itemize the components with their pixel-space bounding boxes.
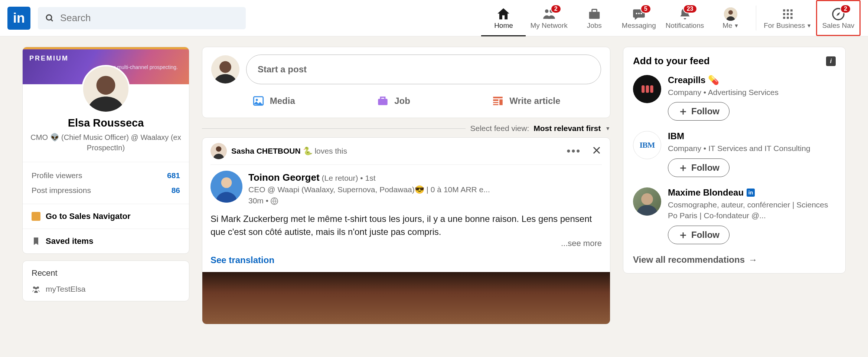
post-time: 30m [248, 196, 264, 205]
start-post-button[interactable]: Start a post [246, 55, 601, 84]
reactor-avatar[interactable] [211, 143, 227, 159]
start-post-card: Start a post Media Job Write article [202, 47, 610, 118]
info-button[interactable]: i [826, 56, 836, 66]
viewers-label: Profile viewers [32, 171, 82, 180]
notifications-badge: 23 [683, 4, 697, 13]
messaging-badge: 5 [640, 4, 651, 13]
suggestion-avatar[interactable] [633, 75, 661, 103]
svg-rect-4 [589, 12, 600, 19]
post-menu-button[interactable]: ••• [567, 145, 581, 157]
post-media-button[interactable]: Media [246, 92, 301, 110]
chevron-down-icon: ▼ [734, 23, 739, 29]
svg-point-2 [545, 9, 549, 13]
saved-items-link[interactable]: Saved items [23, 229, 189, 253]
author-degree: 1st [365, 174, 376, 182]
suggestion-name[interactable]: Maxime Blondeau in [668, 187, 836, 198]
svg-point-5 [636, 13, 637, 14]
post-job-button[interactable]: Job [371, 92, 416, 110]
recent-item[interactable]: myTestElsa [32, 285, 180, 294]
profile-avatar[interactable] [82, 65, 130, 113]
network-badge: 2 [551, 4, 561, 13]
sales-navigator-link[interactable]: Go to Sales Navigator [23, 204, 189, 229]
feed-post: Sasha CHETBOUN 🐍 loves this ••• [202, 137, 610, 324]
post-article-button[interactable]: Write article [486, 92, 566, 110]
nav-home[interactable]: Home [481, 0, 526, 36]
nav-items: Home 2 My Network Jobs 5 Messaging [481, 0, 861, 36]
suggestion-avatar[interactable]: IBM [633, 131, 661, 159]
post-close-button[interactable] [591, 145, 602, 157]
svg-rect-29 [378, 99, 388, 105]
svg-rect-33 [493, 102, 499, 103]
premium-tag: PREMIUM [29, 55, 69, 62]
plus-icon: ＋ [678, 108, 688, 115]
svg-point-40 [221, 177, 232, 188]
svg-rect-30 [493, 97, 503, 98]
article-icon [492, 95, 504, 107]
svg-rect-12 [790, 9, 793, 12]
follow-button[interactable]: ＋ Follow [668, 158, 730, 177]
svg-line-1 [51, 19, 53, 21]
grid-icon [781, 8, 794, 20]
svg-point-28 [256, 99, 258, 101]
nav-network[interactable]: 2 My Network [526, 0, 572, 36]
article-label: Write article [509, 96, 560, 106]
me-avatar [724, 7, 737, 21]
view-all-recommendations[interactable]: View all recommendations → [633, 255, 836, 265]
profile-headline: CMO 👽 (Chief Music Officer) @ Waalaxy (e… [30, 132, 182, 153]
svg-rect-31 [493, 99, 499, 101]
author-name-line[interactable]: Toinon Georget (Le retour) • 1st [248, 171, 602, 184]
main-layout: PREMIUM Your multi-channel prospecting. … [0, 36, 868, 335]
follow-button[interactable]: ＋ Follow [668, 226, 730, 244]
nav-network-label: My Network [530, 22, 567, 30]
post-image[interactable] [202, 272, 610, 324]
add-to-feed-card: Add to your feed i Creapills 💊 Company •… [623, 47, 846, 274]
sales-nav-label: Go to Sales Navigator [46, 212, 131, 221]
see-translation-button[interactable]: See translation [202, 248, 610, 272]
sales-badge: 2 [840, 4, 851, 13]
suggestion-ibm: IBM IBM Company • IT Services and IT Con… [633, 131, 836, 177]
media-icon [252, 95, 265, 107]
suggestion-name[interactable]: Creapills 💊 [668, 75, 836, 85]
nav-business[interactable]: For Business ▼ [759, 0, 816, 36]
stat-profile-viewers[interactable]: Profile viewers 681 [32, 168, 180, 183]
svg-rect-13 [783, 13, 785, 15]
linkedin-logo[interactable]: in [7, 7, 30, 30]
profile-name[interactable]: Elsa Rousseca [30, 117, 182, 129]
search-input[interactable] [60, 12, 238, 24]
reactor-action: loves this [314, 147, 347, 155]
suggestion-name[interactable]: IBM [668, 131, 836, 141]
start-post-label: Start a post [258, 64, 307, 75]
see-more-button[interactable]: ...see more [561, 239, 602, 248]
follow-label: Follow [691, 106, 719, 117]
nav-notifications-label: Notifications [666, 22, 704, 30]
svg-rect-44 [646, 85, 649, 93]
jobs-icon [587, 7, 601, 21]
plus-icon: ＋ [678, 164, 688, 171]
top-navigation: in Home 2 My Network Jobs [0, 0, 868, 36]
reaction-line[interactable]: Sasha CHETBOUN 🐍 loves this [231, 147, 347, 155]
suggestion-avatar[interactable] [633, 187, 661, 216]
nav-notifications[interactable]: 23 Notifications [661, 0, 709, 36]
profile-stats: Profile viewers 681 Post impressions 86 [23, 162, 189, 204]
arrow-right-icon: → [748, 255, 757, 265]
nav-business-label: For Business [764, 22, 805, 30]
nav-jobs-label: Jobs [587, 22, 602, 30]
compose-avatar[interactable] [211, 55, 239, 83]
stat-post-impressions[interactable]: Post impressions 86 [32, 183, 180, 198]
nav-messaging[interactable]: 5 Messaging [617, 0, 661, 36]
search-box[interactable] [38, 7, 246, 29]
globe-icon [271, 197, 278, 205]
group-icon [32, 285, 40, 294]
nav-jobs[interactable]: Jobs [572, 0, 617, 36]
follow-button[interactable]: ＋ Follow [668, 102, 730, 121]
saved-items-label: Saved items [46, 236, 93, 246]
svg-point-21 [97, 76, 115, 95]
nav-sales[interactable]: 2 Sales Nav [816, 0, 861, 36]
impressions-value: 86 [172, 186, 180, 195]
suggestion-desc: Cosmographe, auteur, conférencier | Scie… [668, 199, 836, 221]
svg-rect-15 [790, 13, 793, 15]
nav-me[interactable]: Me ▼ [708, 0, 753, 36]
svg-rect-34 [493, 104, 499, 105]
author-avatar[interactable] [211, 171, 242, 203]
feed-sort-selector[interactable]: Select feed view: Most relevant first ▼ [202, 124, 610, 133]
